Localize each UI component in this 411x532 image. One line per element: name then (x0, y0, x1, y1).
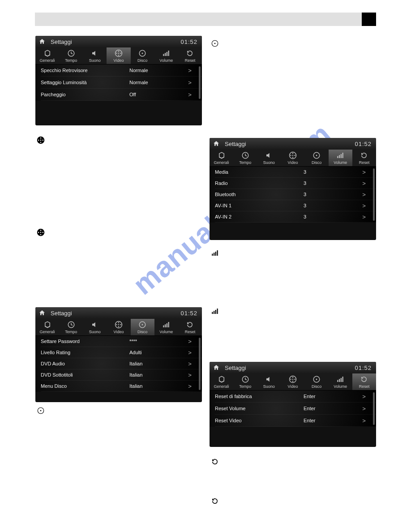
home-icon[interactable] (38, 38, 46, 46)
row-label: Reset Volume (215, 406, 304, 411)
tab-video[interactable]: Video (281, 373, 304, 390)
row-label: Reset di fabbrica (215, 394, 304, 399)
tab-disco[interactable]: Disco (305, 150, 329, 166)
settings-row[interactable]: Settare Password****> (41, 336, 202, 347)
tab-tempo[interactable]: Tempo (59, 47, 83, 64)
tab-disco[interactable]: Disco (131, 319, 154, 335)
settings-row[interactable]: Specchio RetrovisoreNormale> (41, 64, 202, 77)
tab-generali[interactable]: Generali (210, 373, 233, 390)
row-value: Normale (129, 68, 178, 73)
tab-label: Suono (263, 160, 275, 165)
tab-video[interactable]: Video (281, 150, 304, 166)
tab-label: Video (114, 330, 124, 334)
settings-row[interactable]: DVD SottotitoliItalian> (41, 369, 202, 381)
chevron-right-icon: > (178, 349, 202, 356)
settings-row[interactable]: Settaggio LuminositàNormale> (41, 77, 202, 89)
volume-bars-icon (211, 249, 219, 257)
tab-suono[interactable]: Suono (83, 47, 107, 64)
tab-video[interactable]: Video (107, 47, 130, 64)
row-value: Adulti (129, 350, 178, 355)
device-header: Settaggi01:52 (210, 138, 376, 150)
tab-label: Reset (185, 330, 196, 334)
tab-disco[interactable]: Disco (131, 47, 154, 64)
home-icon[interactable] (212, 140, 220, 148)
settings-screen-reset: Settaggi01:52GeneraliTempoSuonoVideoDisc… (210, 362, 376, 447)
settings-row[interactable]: ParcheggioOff> (41, 89, 202, 101)
settings-row[interactable]: Reset VideoEnter> (215, 415, 376, 427)
tab-label: Suono (89, 330, 101, 334)
screen-title: Settaggi (225, 141, 246, 147)
settings-row[interactable]: Reset VolumeEnter> (215, 403, 376, 415)
reel-icon (114, 321, 123, 329)
settings-row[interactable]: Livello RatingAdulti> (41, 347, 202, 358)
row-label: Parcheggio (41, 92, 129, 97)
tab-reset[interactable]: Reset (352, 150, 376, 166)
clock-time: 01:52 (180, 310, 197, 317)
tab-volume[interactable]: Volume (329, 150, 352, 166)
settings-screen-video: Settaggi01:52GeneraliTempoSuonoVideoDisc… (35, 36, 202, 125)
disc-icon (37, 407, 45, 415)
tab-reset[interactable]: Reset (178, 319, 202, 335)
chevron-right-icon: > (178, 338, 202, 345)
tab-reset[interactable]: Reset (178, 47, 202, 64)
row-value: 3 (304, 169, 352, 175)
tab-label: Tempo (65, 58, 77, 63)
tab-generali[interactable]: Generali (35, 319, 59, 335)
tab-video[interactable]: Video (107, 319, 130, 335)
settings-row[interactable]: Bluetooth3> (215, 189, 376, 200)
settings-row[interactable]: DVD AudioItalian> (41, 358, 202, 369)
tab-volume[interactable]: Volume (154, 47, 178, 64)
tab-label: Tempo (65, 330, 77, 334)
tab-suono[interactable]: Suono (257, 373, 281, 390)
tab-label: Volume (334, 384, 347, 389)
scrollbar[interactable] (373, 392, 375, 425)
settings-row[interactable]: Radio3> (215, 178, 376, 189)
row-label: Settare Password (41, 339, 129, 344)
scrollbar[interactable] (199, 66, 201, 99)
row-value: Italian (129, 361, 178, 366)
scrollbar[interactable] (199, 338, 201, 390)
home-icon[interactable] (38, 309, 46, 317)
settings-screen-volume: Settaggi01:52GeneraliTempoSuonoVideoDisc… (210, 138, 376, 240)
tab-label: Disco (312, 384, 322, 389)
chevron-right-icon: > (178, 67, 202, 74)
row-value: Enter (304, 406, 352, 411)
disc-icon (312, 151, 321, 159)
tab-volume[interactable]: Volume (154, 319, 178, 335)
tab-label: Disco (137, 58, 148, 63)
tab-generali[interactable]: Generali (210, 150, 233, 166)
clock-icon (241, 375, 250, 383)
chevron-right-icon: > (178, 91, 202, 98)
tab-volume[interactable]: Volume (329, 373, 352, 390)
tab-label: Generali (40, 58, 55, 63)
tab-tempo[interactable]: Tempo (233, 373, 257, 390)
disc-icon (312, 375, 321, 383)
tab-reset[interactable]: Reset (352, 373, 376, 390)
bars-icon (336, 375, 345, 383)
scrollbar[interactable] (373, 168, 375, 221)
settings-row[interactable]: AV-IN 13> (215, 200, 376, 211)
device-header: Settaggi01:52 (35, 307, 202, 319)
settings-row[interactable]: Reset di fabbricaEnter> (215, 390, 376, 403)
reel-icon (37, 136, 45, 144)
row-value: 3 (304, 180, 352, 186)
tab-label: Video (288, 384, 298, 389)
tab-tempo[interactable]: Tempo (233, 150, 257, 166)
tab-suono[interactable]: Suono (257, 150, 281, 166)
tab-label: Disco (312, 160, 322, 165)
tab-label: Video (288, 160, 298, 165)
settings-row[interactable]: Media3> (215, 167, 376, 178)
tab-label: Reset (359, 384, 370, 389)
chevron-right-icon: > (352, 191, 376, 198)
reset-icon (211, 497, 219, 505)
home-icon[interactable] (212, 364, 220, 372)
chevron-right-icon: > (352, 405, 376, 412)
tab-label: Tempo (239, 160, 251, 165)
tab-tempo[interactable]: Tempo (59, 319, 83, 335)
chevron-right-icon: > (178, 372, 202, 378)
settings-row[interactable]: AV-IN 23> (215, 211, 376, 223)
tab-disco[interactable]: Disco (305, 373, 329, 390)
tab-suono[interactable]: Suono (83, 319, 107, 335)
tab-generali[interactable]: Generali (35, 47, 59, 64)
settings-row[interactable]: Menu DiscoItalian> (41, 381, 202, 392)
